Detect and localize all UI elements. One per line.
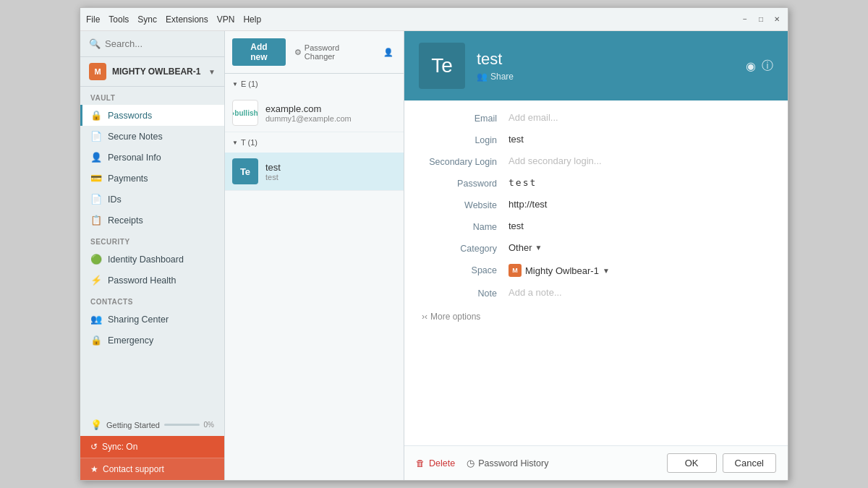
sidebar-item-receipts[interactable]: 📋 Receipts bbox=[80, 210, 224, 231]
maximize-button[interactable]: □ bbox=[756, 14, 766, 25]
menu-help[interactable]: Help bbox=[243, 14, 261, 25]
sidebar-item-personal-info[interactable]: 👤 Personal Info bbox=[80, 147, 224, 168]
import-icon: 👤 bbox=[383, 48, 393, 57]
detail-avatar: Te bbox=[419, 43, 465, 89]
collapse-icon-t: ▼ bbox=[232, 140, 238, 146]
lock-icon: 🔒 bbox=[90, 110, 102, 121]
sidebar-label-receipts: Receipts bbox=[108, 215, 143, 226]
login-label: Login bbox=[422, 134, 509, 145]
contacts-section-label: CONTACTS bbox=[80, 291, 224, 309]
detail-panel: Te test 👥 Share ◉ ⓘ Email bbox=[404, 31, 788, 480]
footer-right: OK Cancel bbox=[667, 453, 776, 473]
item-title: example.com bbox=[265, 103, 396, 114]
item-title: test bbox=[265, 162, 396, 173]
clock-icon: ◷ bbox=[467, 458, 475, 468]
menu-bar: File Tools Sync Extensions VPN Help bbox=[86, 14, 261, 25]
note-icon: 📄 bbox=[90, 131, 102, 142]
space-label: Space bbox=[422, 264, 509, 275]
login-field-row: Login test bbox=[422, 134, 770, 145]
window-controls: − □ ✕ bbox=[740, 14, 782, 25]
dashboard-icon: 🟢 bbox=[90, 254, 102, 265]
password-changer-button[interactable]: ⚙ Password Changer bbox=[292, 40, 375, 64]
sync-bar[interactable]: ↺ Sync: On bbox=[80, 436, 224, 458]
sidebar-item-ids[interactable]: 📄 IDs bbox=[80, 189, 224, 210]
menu-sync[interactable]: Sync bbox=[137, 14, 157, 25]
info-icon[interactable]: ⓘ bbox=[762, 59, 773, 74]
sidebar-label-ids: IDs bbox=[108, 194, 122, 205]
email-label: Email bbox=[422, 112, 509, 124]
website-value[interactable]: http://test bbox=[509, 199, 770, 210]
password-history-button[interactable]: ◷ Password History bbox=[467, 458, 548, 468]
share-label: Share bbox=[490, 72, 514, 82]
sidebar-item-emergency[interactable]: 🔒 Emergency bbox=[80, 330, 224, 351]
item-subtitle: test bbox=[265, 173, 396, 181]
more-options-button[interactable]: ›‹ More options bbox=[422, 309, 770, 322]
space-name: Mighty Owlbear-1 bbox=[525, 265, 599, 276]
sidebar-item-payments[interactable]: 💳 Payments bbox=[80, 168, 224, 189]
delete-button[interactable]: 🗑 Delete bbox=[416, 458, 455, 468]
sidebar-label-payments: Payments bbox=[108, 174, 148, 184]
website-label: Website bbox=[422, 199, 509, 210]
share-button[interactable]: 👥 Share bbox=[477, 72, 746, 82]
login-value[interactable]: test bbox=[509, 134, 770, 145]
shield-icon[interactable]: ◉ bbox=[746, 59, 756, 73]
sidebar-footer: 💡 Getting Started 0% ↺ Sync: On ★ Contac… bbox=[80, 414, 224, 480]
ok-button[interactable]: OK bbox=[667, 453, 717, 473]
name-value[interactable]: test bbox=[509, 221, 770, 231]
minimize-button[interactable]: − bbox=[740, 14, 750, 25]
space-value[interactable]: M Mighty Owlbear-1 ▼ bbox=[509, 264, 770, 277]
sidebar-item-password-health[interactable]: ⚡ Password Health bbox=[80, 270, 224, 291]
detail-header: Te test 👥 Share ◉ ⓘ bbox=[404, 31, 788, 100]
sidebar-item-sharing-center[interactable]: 👥 Sharing Center bbox=[80, 309, 224, 330]
sidebar-label-secure-notes: Secure Notes bbox=[108, 132, 163, 142]
menu-vpn[interactable]: VPN bbox=[217, 14, 235, 25]
app-window: File Tools Sync Extensions VPN Help − □ … bbox=[80, 7, 788, 481]
secondary-login-label: Secondary Login bbox=[422, 155, 509, 167]
detail-title-area: test 👥 Share bbox=[477, 50, 746, 82]
password-field-row: Password test bbox=[422, 177, 770, 189]
payment-icon: 💳 bbox=[90, 173, 102, 184]
account-row[interactable]: M MIGHTY OWLBEAR-1 ▼ bbox=[80, 57, 224, 87]
space-badge[interactable]: M Mighty Owlbear-1 ▼ bbox=[509, 264, 770, 277]
space-field-row: Space M Mighty Owlbear-1 ▼ bbox=[422, 264, 770, 277]
contact-support-row[interactable]: ★ Contact support bbox=[80, 458, 224, 480]
cancel-button[interactable]: Cancel bbox=[723, 453, 776, 473]
list-toolbar: Add new ⚙ Password Changer 👤 bbox=[225, 31, 404, 74]
email-field-row: Email Add email... bbox=[422, 112, 770, 124]
main-content: 🔍 M MIGHTY OWLBEAR-1 ▼ VAULT 🔒 Passwords… bbox=[80, 31, 788, 480]
emergency-icon: 🔒 bbox=[90, 335, 102, 346]
sidebar-item-identity-dashboard[interactable]: 🟢 Identity Dashboard bbox=[80, 249, 224, 270]
menu-file[interactable]: File bbox=[86, 14, 100, 25]
category-label: Category bbox=[422, 242, 509, 254]
id-icon: 📄 bbox=[90, 194, 102, 205]
sync-label: Sync: On bbox=[102, 442, 137, 452]
search-input[interactable] bbox=[105, 38, 216, 49]
item-avatar-test: Te bbox=[232, 158, 258, 184]
lightbulb-icon: 💡 bbox=[90, 419, 102, 430]
sidebar-item-secure-notes[interactable]: 📄 Secure Notes bbox=[80, 126, 224, 147]
import-button[interactable]: 👤 bbox=[380, 45, 396, 60]
changer-icon: ⚙ bbox=[294, 48, 302, 57]
menu-tools[interactable]: Tools bbox=[109, 14, 129, 25]
category-dropdown[interactable]: Other ▼ bbox=[509, 242, 770, 253]
secondary-login-value[interactable]: Add secondary login... bbox=[509, 155, 770, 166]
password-value[interactable]: test bbox=[509, 177, 770, 188]
sidebar-item-passwords[interactable]: 🔒 Passwords bbox=[80, 105, 224, 126]
category-value[interactable]: Other ▼ bbox=[509, 242, 770, 253]
email-value[interactable]: Add email... bbox=[509, 112, 770, 123]
sidebar-label-emergency: Emergency bbox=[108, 335, 153, 346]
list-item[interactable]: Te test test bbox=[225, 153, 404, 191]
name-field-row: Name test bbox=[422, 221, 770, 232]
note-field-row: Note Add a note... bbox=[422, 287, 770, 299]
space-dropdown-arrow: ▼ bbox=[603, 267, 610, 275]
category-text: Other bbox=[509, 242, 532, 253]
health-icon: ⚡ bbox=[90, 275, 102, 286]
close-button[interactable]: ✕ bbox=[772, 14, 782, 25]
note-value[interactable]: Add a note... bbox=[509, 287, 770, 298]
search-icon: 🔍 bbox=[89, 38, 101, 49]
group-header-e: ▼ E (1) bbox=[225, 74, 404, 94]
add-new-button[interactable]: Add new bbox=[232, 38, 286, 66]
progress-bar-track bbox=[164, 424, 200, 426]
list-item[interactable]: ●bullish.ly example.com dummy1@example.c… bbox=[225, 94, 404, 132]
menu-extensions[interactable]: Extensions bbox=[166, 14, 208, 25]
